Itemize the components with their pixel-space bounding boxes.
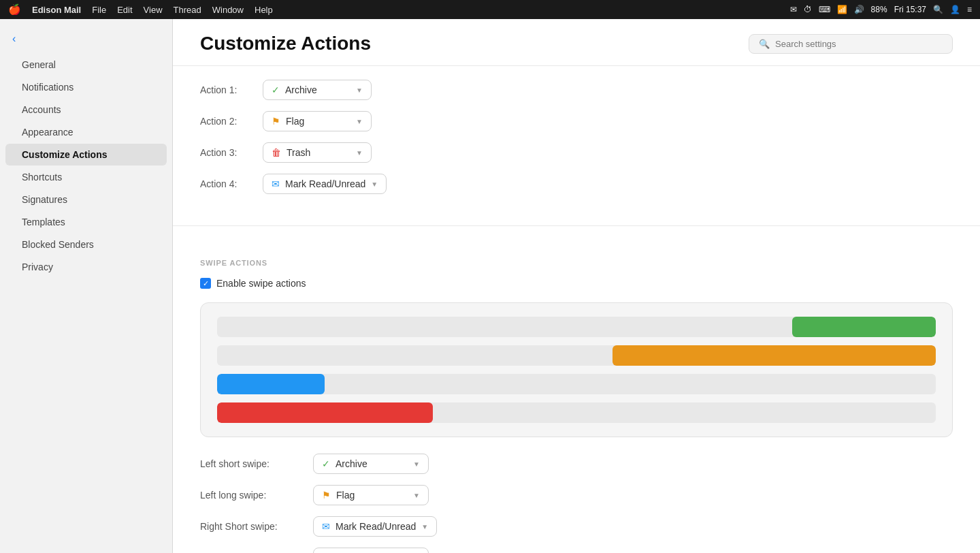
search-icon[interactable]: 🔍 [933,5,943,14]
right-short-icon: ✉ [322,521,330,532]
menu-edit[interactable]: Edit [117,5,132,15]
wifi-icon: 📶 [837,5,847,14]
sidebar-item-notifications[interactable]: Notifications [5,76,167,98]
back-arrow-icon: ‹ [12,33,16,45]
swipe-action-row-right-short: Right Short swipe: ✉ Mark Read/Unread ▼ [200,516,953,537]
clock-icon: ⏱ [804,5,812,14]
swipe-bar-right-short [217,374,936,394]
swipe-action-row-left-short: Left short swipe: ✓ Archive ▼ [200,454,953,474]
swipe-bar-left-short [217,345,936,366]
right-short-value: Mark Read/Unread [336,521,416,532]
flag-icon: ⚑ [272,116,280,127]
search-input[interactable] [775,39,943,49]
right-short-label: Right Short swipe: [200,521,302,532]
app-container: ‹ General Notifications Accounts Appeara… [0,0,980,553]
swipe-bar-left-long [217,317,936,337]
left-long-icon: ⚑ [322,490,331,501]
left-long-arrow: ▼ [413,492,420,499]
swipe-bar-fill-1 [792,317,936,337]
menu-thread[interactable]: Thread [174,5,201,15]
section-divider [173,225,980,226]
enable-swipe-label: Enable swipe actions [216,278,306,289]
left-short-arrow: ▼ [413,460,420,468]
sidebar-item-templates[interactable]: Templates [5,211,167,233]
action-row-1: Action 1: ✓ Archive ▼ [200,80,953,100]
search-icon: 🔍 [759,39,770,49]
swipe-action-row-left-long: Left long swipe: ⚑ Flag ▼ [200,485,953,505]
swipe-section-label: SWIPE ACTIONS [200,259,953,267]
sidebar: ‹ General Notifications Accounts Appeara… [0,19,173,553]
battery-label: 88% [871,5,887,14]
list-icon[interactable]: ≡ [967,5,972,14]
action-1-label: Action 1: [200,84,255,95]
menu-file[interactable]: File [92,5,106,15]
action-4-dropdown[interactable]: ✉ Mark Read/Unread ▼ [263,174,387,194]
mail-icon: ✉ [790,5,797,14]
content-header: Customize Actions 🔍 [173,19,980,66]
sidebar-nav: General Notifications Accounts Appearanc… [0,54,172,278]
left-short-value: Archive [336,458,368,469]
app-name[interactable]: Edison Mail [32,5,81,15]
sidebar-item-appearance[interactable]: Appearance [5,121,167,143]
menu-window[interactable]: Window [212,5,244,15]
swipe-bar-fill-2 [612,345,936,366]
sidebar-item-accounts[interactable]: Accounts [5,99,167,121]
sidebar-item-blocked-senders[interactable]: Blocked Senders [5,234,167,255]
page-title: Customize Actions [200,33,371,54]
sidebar-item-customize-actions[interactable]: Customize Actions [5,144,167,165]
menubar-right: ✉ ⏱ ⌨ 📶 🔊 88% Fri 15:37 🔍 👤 ≡ [790,5,972,14]
action-3-dropdown[interactable]: 🗑 Trash ▼ [263,142,372,163]
swipe-bar-fill-3 [217,374,325,394]
swipe-action-row-right-long: Right Long swipe: 🗑 Trash ▼ [200,548,953,553]
enable-swipe-checkbox[interactable]: ✓ [200,278,211,289]
action-2-dropdown[interactable]: ⚑ Flag ▼ [263,111,372,131]
mail-read-icon: ✉ [272,178,280,189]
dropdown-arrow-4: ▼ [371,180,378,188]
enable-swipe-row[interactable]: ✓ Enable swipe actions [200,278,953,289]
action-1-dropdown[interactable]: ✓ Archive ▼ [263,80,372,100]
dropdown-arrow-2: ▼ [356,118,363,125]
action-2-label: Action 2: [200,116,255,127]
user-avatar[interactable]: 👤 [950,5,960,14]
left-short-icon: ✓ [322,458,330,469]
swipe-visualization [200,302,953,437]
menu-help[interactable]: Help [255,5,273,15]
content-area: Customize Actions 🔍 Action 1: ✓ Archive … [173,19,980,553]
right-short-arrow: ▼ [421,523,428,531]
sidebar-item-signatures[interactable]: Signatures [5,189,167,210]
dropdown-arrow-1: ▼ [356,86,363,94]
dropdown-arrow-3: ▼ [356,149,363,157]
swipe-section: SWIPE ACTIONS ✓ Enable swipe actions [173,242,980,553]
sidebar-item-shortcuts[interactable]: Shortcuts [5,166,167,188]
sidebar-item-privacy[interactable]: Privacy [5,256,167,278]
sidebar-item-general[interactable]: General [5,54,167,76]
archive-icon: ✓ [272,84,280,95]
left-short-dropdown[interactable]: ✓ Archive ▼ [313,454,429,474]
right-short-dropdown[interactable]: ✉ Mark Read/Unread ▼ [313,516,437,537]
action-4-label: Action 4: [200,178,255,189]
right-long-dropdown[interactable]: 🗑 Trash ▼ [313,548,429,553]
apple-menu[interactable]: 🍎 [8,3,21,16]
swipe-bar-fill-4 [217,402,433,423]
bluetooth-icon: ⌨ [819,5,830,14]
left-long-dropdown[interactable]: ⚑ Flag ▼ [313,485,429,505]
action-row-4: Action 4: ✉ Mark Read/Unread ▼ [200,174,953,194]
search-box[interactable]: 🔍 [749,34,953,54]
action-2-value: Flag [286,116,304,127]
action-row-3: Action 3: 🗑 Trash ▼ [200,142,953,163]
menu-view[interactable]: View [144,5,163,15]
action-3-value: Trash [287,147,310,158]
back-button[interactable]: ‹ [0,29,172,53]
action-row-2: Action 2: ⚑ Flag ▼ [200,111,953,131]
left-long-label: Left long swipe: [200,490,302,501]
menubar: 🍎 Edison Mail File Edit View Thread Wind… [0,0,980,19]
action-1-value: Archive [285,84,317,95]
action-4-value: Mark Read/Unread [285,178,365,189]
left-long-value: Flag [336,490,355,501]
trash-icon: 🗑 [272,147,281,158]
time-display: Fri 15:37 [894,5,926,14]
volume-icon: 🔊 [854,5,864,14]
actions-section: Action 1: ✓ Archive ▼ Action 2: ⚑ Flag ▼… [173,66,980,219]
left-short-label: Left short swipe: [200,458,302,469]
action-3-label: Action 3: [200,147,255,158]
